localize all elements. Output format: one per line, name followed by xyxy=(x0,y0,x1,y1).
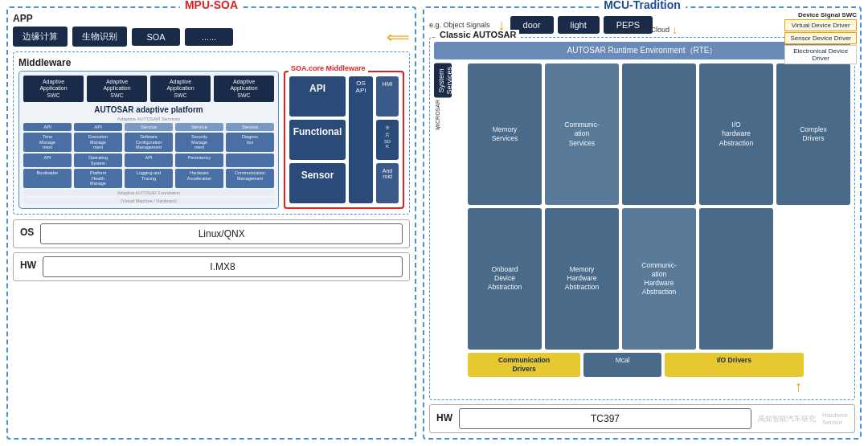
small-row-3: Bootloader PlatformHealthManage Logging … xyxy=(23,169,274,188)
adaptive-swc-4: AdaptiveApplicationSWC xyxy=(214,76,274,102)
io-drivers-cell: I/O Drivers xyxy=(665,353,804,377)
app-chip-2: 生物识别 xyxy=(72,27,127,47)
device-signal-title: Device Signal SWC xyxy=(784,11,857,18)
autosar-block: AdaptiveApplicationSWC AdaptiveApplicati… xyxy=(18,71,279,209)
adaptive-services-label: Adaptive AUTOSAR Services xyxy=(23,117,274,121)
watermark-text: 禹知智能汽车研究 xyxy=(758,414,816,424)
os-label: OS xyxy=(20,227,34,238)
adaptive-swc-1: AdaptiveApplicationSWC xyxy=(23,76,84,102)
logging: Logging andTracing xyxy=(125,169,173,188)
grid-container: MemoryServices Communic-ationServices I/… xyxy=(468,63,850,350)
points-cloud-arrow-icon: ↓ xyxy=(672,23,678,36)
adaptive-swc-row: AdaptiveApplicationSWC AdaptiveApplicati… xyxy=(23,76,274,102)
system-services-container: SystemServices （MICROSAR） xyxy=(434,63,465,350)
driver-spacer xyxy=(434,353,465,377)
complex-drivers-cell: ComplexDrivers xyxy=(776,63,850,205)
service-box-2: Service xyxy=(175,123,223,131)
obj-chip-light: light xyxy=(558,16,600,34)
left-panel-title: MPU-SOA xyxy=(180,0,243,11)
diagnostics: Diagnostics xyxy=(226,133,274,152)
hardware-sensor-label: HardwireSensor xyxy=(822,411,848,426)
time-mgmt: TimeManagement xyxy=(23,133,72,152)
os-section: OS Linux/QNX xyxy=(13,219,410,248)
hmi-label: HMI xyxy=(376,76,399,117)
empty-cell-2 xyxy=(699,208,773,350)
sensor-btn: Sensor xyxy=(289,163,346,203)
middleware-inner: AdaptiveApplicationSWC AdaptiveApplicati… xyxy=(18,71,404,209)
exec-mgmt: ExecutionManagement xyxy=(74,133,122,152)
service-box-3: Service xyxy=(226,123,274,131)
soa-left: API Functional Sensor xyxy=(289,76,346,203)
right-panel: MCU-Tradition Device Signal SWC Virtual … xyxy=(423,6,862,440)
system-services-col: SystemServices xyxy=(434,63,452,98)
onboard-device-cell: OnboardDeviceAbstraction xyxy=(468,208,542,350)
hw-value-right: TC397 xyxy=(459,408,751,429)
up-arrow-icon: ↑ xyxy=(795,378,802,395)
up-arrow-area: ↑ xyxy=(434,378,850,395)
electrical-device-driver: Electronical DeviceDriver xyxy=(784,45,857,64)
left-panel: MPU-SOA APP 边缘计算 生物识别 SOA ...... ⟸ Middl… xyxy=(6,6,416,440)
hw-value-left: I.MX8 xyxy=(43,256,403,277)
points-cloud-label: e.g. Points Cloud xyxy=(614,26,669,34)
grid-row-2: OnboardDeviceAbstraction MemoryHardwareA… xyxy=(468,208,850,350)
hw-label-right: HW xyxy=(436,412,452,423)
memory-services-cell: MemoryServices xyxy=(468,63,542,205)
app-label: APP xyxy=(13,13,410,24)
vm-hw-label: (Virtual Machine / Hardware) xyxy=(23,198,274,204)
microsar-label: （MICROSAR） xyxy=(434,100,465,130)
foundation-label: Adaptive AUTOSAR Foundation xyxy=(23,190,274,196)
sdk-label: 卡片SDK xyxy=(376,120,399,160)
hw-section-left: HW I.MX8 xyxy=(13,252,410,281)
soa-core-block: SOA.core Middleware API Functional Senso… xyxy=(284,71,404,209)
persistency: Persistency xyxy=(175,153,223,167)
main-container: MPU-SOA APP 边缘计算 生物识别 SOA ...... ⟸ Middl… xyxy=(0,0,868,446)
empty1 xyxy=(226,153,274,167)
sw-config: SoftwareConfigurationManagement xyxy=(125,133,173,152)
api-box-2: API xyxy=(74,123,122,131)
hw-label-left: HW xyxy=(20,260,36,271)
small-row-1: TimeManagement ExecutionManagement Softw… xyxy=(23,133,274,152)
classic-autosar-label: Classic AUTOSAR xyxy=(436,30,519,39)
service-box-1: Service xyxy=(125,123,173,131)
autosar-platform-label: AUTOSAR adaptive platform xyxy=(23,105,274,114)
grid-row-1: MemoryServices Communic-ationServices I/… xyxy=(468,63,850,205)
app-chip-3: SOA xyxy=(132,28,180,46)
side-labels: HMI 卡片SDK Android xyxy=(376,76,399,203)
memory-hardware-cell: MemoryHardwareAbstraction xyxy=(545,208,619,350)
app-row: 边缘计算 生物识别 SOA ...... ⟸ xyxy=(13,27,410,47)
microsar-area: SystemServices （MICROSAR） MemoryServices… xyxy=(434,63,850,350)
android-label: Android xyxy=(376,163,399,203)
empty-cell-1 xyxy=(622,63,696,205)
soa-right: OSAPI xyxy=(349,76,373,203)
adaptive-swc-2: AdaptiveApplicationSWC xyxy=(87,76,147,102)
communication-services-cell: Communic-ationServices xyxy=(545,63,619,205)
api-box-os: API xyxy=(23,153,72,167)
app-chip-4: ...... xyxy=(185,28,233,46)
plat-health: PlatformHealthManage xyxy=(74,169,122,188)
hw-accel: HardwareAcceleration xyxy=(175,169,223,188)
mcal-cell: Mcal xyxy=(583,353,661,377)
bootloader: Bootloader xyxy=(23,169,72,188)
complex-spacer xyxy=(776,208,850,350)
device-signal-group: Device Signal SWC Virtual Device Driver … xyxy=(784,11,857,64)
functional-btn: Functional xyxy=(289,120,346,160)
os-value: Linux/QNX xyxy=(40,223,403,244)
api-row-1: API API Service Service Service xyxy=(23,123,274,131)
os-api-btn: OSAPI xyxy=(349,76,373,203)
soa-inner: API Functional Sensor OSAPI HMI 卡片SDK An… xyxy=(289,76,399,203)
eg-object-signals: e.g. Object Signals xyxy=(429,21,490,29)
virtual-device-driver: Virtual Device Driver xyxy=(784,19,857,31)
adaptive-swc-3: AdaptiveApplicationSWC xyxy=(150,76,211,102)
sensor-device-driver: Sensor Device Driver xyxy=(784,32,857,44)
api-box-1: API xyxy=(23,123,72,131)
communication-hardware-cell: Communic-ationHardwareAbstraction xyxy=(622,208,696,350)
app-section: APP 边缘计算 生物识别 SOA ...... ⟸ xyxy=(13,13,410,47)
api-persist: API xyxy=(125,153,173,167)
app-chip-1: 边缘计算 xyxy=(13,27,68,47)
comm-mgmt: CommunicationManagement xyxy=(226,169,274,188)
comm-drivers-cell: CommunicationDrivers xyxy=(468,353,580,377)
middleware-section: Middleware AdaptiveApplicationSWC Adapti… xyxy=(13,51,410,215)
security: SecurityManagement xyxy=(175,133,223,152)
right-panel-title: MCU-Tradition xyxy=(599,0,686,11)
soa-core-label: SOA.core Middleware xyxy=(289,64,368,72)
